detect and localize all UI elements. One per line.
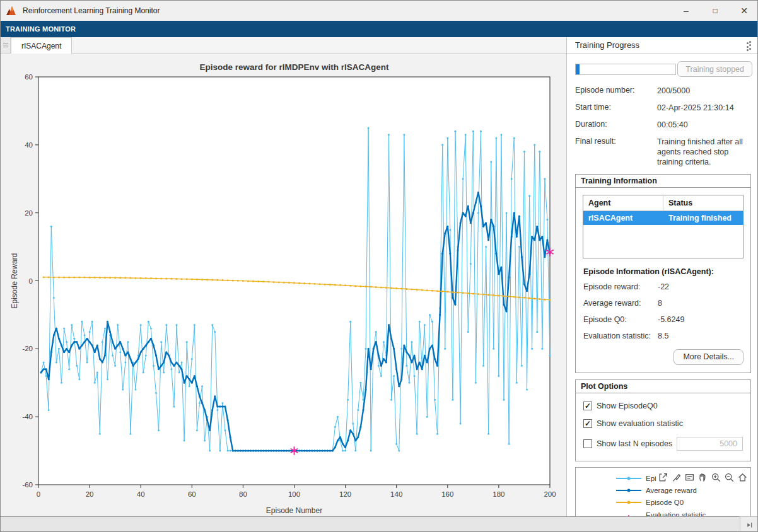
- episode-info-title: Episode Information (rISACAgent):: [583, 267, 743, 276]
- field-label: Episode number:: [575, 86, 657, 96]
- group-title: Plot Options: [576, 380, 750, 393]
- window-controls: – □ ✕: [672, 1, 758, 21]
- more-details-button[interactable]: More Details...: [673, 349, 743, 365]
- zoom-out-icon[interactable]: [724, 472, 735, 483]
- legend-label: Average reward: [646, 486, 697, 495]
- stat-value: -5.6249: [658, 315, 743, 324]
- legend-item-average-reward: Average reward: [576, 485, 750, 497]
- episode-reward-chart[interactable]: 020406080100120140160180200-60-40-200204…: [1, 54, 566, 516]
- svg-text:60: 60: [188, 490, 196, 498]
- training-progress-bar: [575, 64, 676, 75]
- field-label: Final result:: [575, 137, 657, 167]
- tab-options-kebab-icon[interactable]: [745, 41, 750, 52]
- grip-icon: [3, 43, 8, 47]
- show-episodeq0-checkbox[interactable]: ✓: [583, 402, 592, 410]
- stat-label: Average reward:: [583, 299, 658, 308]
- legend-item-episode-q0: Episode Q0: [576, 497, 750, 509]
- checkbox-row-show-evaluation-statistic: ✓ Show evaluation statistic: [583, 419, 743, 428]
- table-row-rlsacagent[interactable]: rISACAgent Training finished: [583, 211, 743, 226]
- training-information-group: Training Information Agent Status rISACA…: [575, 174, 751, 373]
- svg-text:180: 180: [493, 490, 504, 498]
- progress-info: Episode number: 200/5000 Start time: 02-…: [575, 86, 752, 167]
- panel-expand-corner[interactable]: [740, 516, 758, 532]
- checkbox-row-show-last-n-episodes: Show last N episodes 5000: [583, 437, 743, 451]
- svg-text:40: 40: [25, 141, 33, 149]
- checkbox-label: Show evaluation statistic: [597, 419, 683, 428]
- field-label: Duration:: [575, 120, 657, 130]
- svg-text:140: 140: [390, 490, 402, 498]
- legend-line-average-reward: [616, 490, 641, 491]
- expand-panel-icon: [746, 521, 754, 529]
- info-row-final-result: Final result: Training finished after al…: [575, 137, 752, 167]
- svg-text:80: 80: [239, 490, 247, 498]
- zoom-in-icon[interactable]: [711, 472, 721, 483]
- legend-label: Episode Q0: [646, 498, 684, 507]
- svg-text:40: 40: [137, 490, 145, 498]
- svg-text:200: 200: [544, 490, 556, 498]
- stat-episode-reward: Episode reward: -22: [583, 282, 743, 291]
- app-window: Reinforcement Learning Training Monitor …: [0, 0, 758, 532]
- stat-value: 8: [658, 299, 743, 308]
- svg-text:100: 100: [288, 490, 300, 498]
- svg-text:Episode Number: Episode Number: [266, 506, 322, 515]
- svg-text:-20: -20: [22, 345, 33, 352]
- field-value: 02-Apr-2025 21:30:14: [657, 103, 752, 113]
- tab-rlsacagent[interactable]: rISACAgent: [11, 37, 72, 54]
- svg-text:160: 160: [441, 490, 453, 498]
- svg-text:-60: -60: [22, 481, 33, 489]
- svg-text:60: 60: [25, 73, 33, 81]
- stat-label: Evaluation statistic:: [583, 332, 658, 340]
- svg-text:20: 20: [25, 209, 33, 217]
- svg-text:20: 20: [86, 490, 94, 498]
- document-tab-bar: rISACAgent: [1, 37, 566, 54]
- horizontal-scrollbar[interactable]: [1, 516, 740, 532]
- ribbon-training-monitor: TRAINING MONITOR: [1, 21, 758, 37]
- progress-row: Training stopped: [575, 61, 752, 77]
- datatips-icon[interactable]: [684, 472, 695, 483]
- panel-header: Training Progress: [567, 37, 758, 54]
- stat-episode-q0: Episode Q0: -5.6249: [583, 315, 743, 324]
- column-header-status: Status: [663, 195, 743, 211]
- stat-average-reward: Average reward: 8: [583, 299, 743, 308]
- svg-text:-40: -40: [22, 413, 33, 420]
- panel-title: Training Progress: [575, 40, 748, 50]
- legend-line-episode-q0: [616, 502, 641, 503]
- tab-label: rISACAgent: [21, 42, 61, 50]
- maximize-button[interactable]: □: [701, 1, 730, 21]
- pan-icon[interactable]: [697, 472, 708, 483]
- stat-value: -22: [658, 282, 743, 291]
- brush-icon[interactable]: [671, 472, 682, 483]
- checkbox-row-show-episodeq0: ✓ Show EpisodeQ0: [583, 402, 743, 410]
- cell-status: Training finished: [663, 211, 743, 226]
- field-label: Start time:: [575, 103, 657, 113]
- last-n-episodes-input: 5000: [677, 437, 743, 451]
- home-icon[interactable]: [737, 472, 748, 483]
- show-last-n-episodes-checkbox[interactable]: [583, 439, 592, 448]
- legend-marker: [627, 477, 631, 480]
- checkbox-label: Show EpisodeQ0: [597, 402, 658, 410]
- field-value: 00:05:40: [657, 120, 752, 130]
- legend-line-episode-reward: [616, 478, 641, 479]
- plot-options-group: Plot Options ✓ Show EpisodeQ0 ✓ Show eva…: [575, 379, 751, 461]
- svg-text:Episode Reward: Episode Reward: [10, 253, 19, 308]
- bottom-bar: [1, 516, 758, 532]
- stat-value: 8.5: [658, 332, 743, 340]
- tab-grip[interactable]: [1, 37, 11, 53]
- svg-text:0: 0: [37, 490, 40, 498]
- svg-text:0: 0: [29, 277, 33, 285]
- show-evaluation-statistic-checkbox[interactable]: ✓: [583, 419, 592, 428]
- cell-agent: rISACAgent: [583, 211, 663, 226]
- minimize-button[interactable]: –: [672, 1, 701, 21]
- close-button[interactable]: ✕: [730, 1, 758, 21]
- training-stopped-button: Training stopped: [677, 61, 752, 77]
- ribbon-label: TRAINING MONITOR: [6, 25, 76, 33]
- chart-title: Episode reward for rIMDPEnv with rISACAg…: [38, 62, 550, 72]
- matlab-logo-icon: [6, 6, 17, 16]
- info-row-episode-number: Episode number: 200/5000: [575, 86, 752, 96]
- column-header-agent: Agent: [583, 195, 663, 211]
- export-icon[interactable]: [658, 472, 668, 483]
- title-bar: Reinforcement Learning Training Monitor …: [1, 1, 758, 21]
- legend-marker: [627, 489, 631, 492]
- stat-evaluation-statistic: Evaluation statistic: 8.5: [583, 332, 743, 340]
- field-value: 200/5000: [657, 86, 752, 96]
